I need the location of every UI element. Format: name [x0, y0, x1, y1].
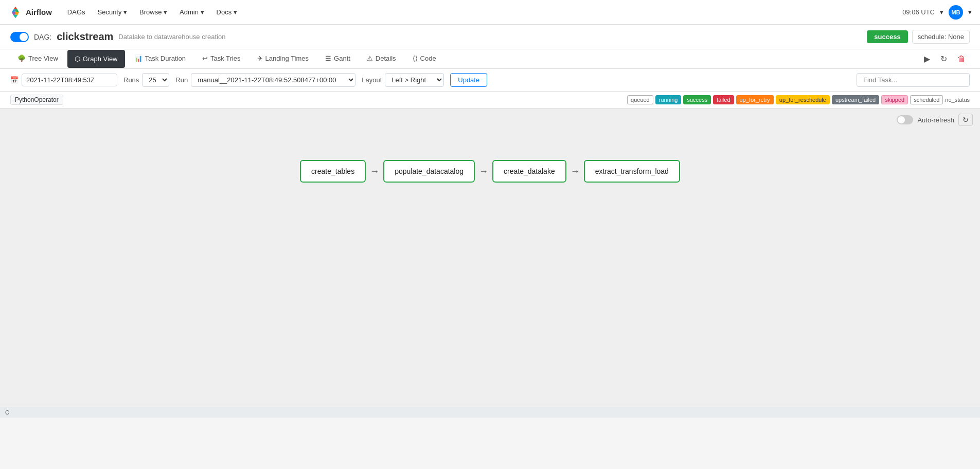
run-item: Run manual__2021-11-22T08:49:52.508477+0…: [175, 73, 355, 87]
status-no-status: no_status: [945, 97, 970, 103]
tab-task-duration[interactable]: 📊 Task Duration: [127, 49, 193, 68]
gantt-icon: ☰: [325, 55, 331, 62]
toolbar: 📅 Runs 25 Run manual__2021-11-22T08:49:5…: [0, 69, 980, 92]
update-button[interactable]: Update: [450, 73, 487, 87]
user-avatar[interactable]: MB: [949, 5, 963, 20]
find-task-input[interactable]: [857, 73, 970, 87]
nav-right: 09:06 UTC ▾ MB ▾: [902, 5, 972, 20]
run-label: Run: [175, 76, 188, 84]
status-running: running: [655, 95, 682, 104]
status-up-for-reschedule: up_for_reschedule: [776, 95, 830, 104]
dag-title-section: DAG: clickstream Datalake to datawarehou…: [10, 31, 225, 43]
dag-header: DAG: clickstream Datalake to datawarehou…: [0, 25, 980, 49]
find-task-wrapper: [857, 73, 970, 87]
arrow-1: →: [366, 166, 383, 177]
tab-task-tries[interactable]: ↩ Task Tries: [195, 49, 248, 68]
navbar: Airflow DAGs Security ▾ Browse ▾ Admin ▾…: [0, 0, 980, 25]
tab-code[interactable]: ⟨⟩ Code: [405, 49, 443, 68]
tabs-bar: 🌳 Tree View ⬡ Graph View 📊 Task Duration…: [0, 49, 980, 69]
nav-dags[interactable]: DAGs: [62, 6, 91, 18]
graph-icon: ⬡: [75, 55, 80, 63]
delete-button[interactable]: 🗑: [953, 52, 970, 66]
tab-landing-times[interactable]: ✈ Landing Times: [250, 49, 316, 68]
tab-task-tries-label: Task Tries: [210, 55, 241, 62]
svg-marker-6: [13, 14, 17, 18]
task-populate-datacatalog[interactable]: populate_datacatalog: [383, 160, 475, 183]
date-input[interactable]: [22, 74, 117, 86]
operator-badge: PythonOperator: [10, 95, 63, 105]
header-right: success schedule: None: [867, 30, 970, 44]
nav-docs[interactable]: Docs ▾: [211, 6, 242, 18]
task-extract-transform-load[interactable]: extract_transform_load: [584, 160, 680, 183]
tabs-right-actions: ▶ ↻ 🗑: [920, 52, 970, 66]
status-upstream-failed: upstream_failed: [832, 95, 879, 104]
details-icon: ⚠: [367, 55, 373, 62]
task-duration-icon: 📊: [134, 55, 142, 62]
time-display[interactable]: 09:06 UTC: [902, 8, 935, 16]
arrow-2: →: [475, 166, 492, 177]
tab-tree-view[interactable]: 🌳 Tree View: [10, 49, 65, 68]
layout-item: Layout Left > Right Top > Bottom: [362, 73, 444, 87]
nav-security[interactable]: Security ▾: [93, 6, 133, 18]
run-select[interactable]: manual__2021-11-22T08:49:52.508477+00:00: [191, 73, 355, 87]
tab-details-label: Details: [376, 55, 396, 62]
tab-code-label: Code: [420, 55, 436, 62]
tab-landing-times-label: Landing Times: [265, 55, 309, 62]
status-bar: PythonOperator queued running success fa…: [0, 92, 980, 109]
auto-refresh-bar: Auto-refresh ↻: [897, 114, 973, 126]
layout-label: Layout: [362, 76, 382, 84]
graph-canvas: Auto-refresh ↻ create_tables → populate_…: [0, 109, 980, 407]
tab-tree-view-label: Tree View: [28, 55, 58, 62]
schedule-label: schedule: None: [912, 30, 970, 44]
task-create-datalake[interactable]: create_datalake: [492, 160, 566, 183]
auto-refresh-toggle[interactable]: [897, 115, 913, 124]
status-up-for-retry: up_for_retry: [736, 95, 774, 104]
tab-gantt-label: Gantt: [334, 55, 350, 62]
tab-gantt[interactable]: ☰ Gantt: [318, 49, 358, 68]
code-icon: ⟨⟩: [413, 55, 418, 62]
brand: Airflow: [8, 5, 52, 20]
date-item: 📅: [10, 74, 117, 86]
layout-select[interactable]: Left > Right Top > Bottom: [385, 73, 444, 87]
tab-graph-view-label: Graph View: [83, 55, 118, 63]
status-skipped: skipped: [881, 95, 908, 104]
status-queued: queued: [627, 95, 653, 104]
nav-links: DAGs Security ▾ Browse ▾ Admin ▾ Docs ▾: [62, 6, 892, 18]
calendar-icon: 📅: [10, 76, 19, 84]
brand-name: Airflow: [26, 8, 52, 16]
dag-subtitle: Datalake to datawarehouse creation: [118, 33, 225, 41]
play-button[interactable]: ▶: [920, 52, 934, 66]
airflow-logo-icon: [8, 5, 23, 20]
tab-task-duration-label: Task Duration: [145, 55, 186, 62]
tab-graph-view[interactable]: ⬡ Graph View: [67, 50, 125, 68]
status-legend: queued running success failed up_for_ret…: [627, 95, 970, 104]
status-button[interactable]: success: [867, 30, 907, 43]
graph-refresh-button[interactable]: ↻: [958, 114, 973, 126]
dag-flow: create_tables → populate_datacatalog → c…: [0, 109, 980, 183]
runs-item: Runs 25: [123, 73, 169, 87]
status-success: success: [683, 95, 711, 104]
status-failed: failed: [713, 95, 734, 104]
task-create-tables[interactable]: create_tables: [300, 160, 366, 183]
landing-times-icon: ✈: [257, 55, 263, 62]
bottom-bar: C: [0, 407, 980, 418]
tab-details[interactable]: ⚠ Details: [360, 49, 403, 68]
nav-admin[interactable]: Admin ▾: [174, 6, 209, 18]
dag-toggle[interactable]: [10, 32, 29, 42]
task-tries-icon: ↩: [202, 55, 208, 62]
nav-browse[interactable]: Browse ▾: [134, 6, 172, 18]
bottom-icon: C: [5, 409, 9, 416]
runs-label: Runs: [123, 76, 139, 84]
dag-label: DAG:: [34, 33, 51, 41]
runs-select[interactable]: 25: [142, 73, 169, 87]
tree-icon: 🌳: [17, 55, 26, 62]
arrow-3: →: [566, 166, 584, 177]
dag-name: clickstream: [57, 31, 113, 43]
status-scheduled: scheduled: [910, 95, 943, 104]
auto-refresh-label: Auto-refresh: [917, 116, 954, 124]
refresh-button[interactable]: ↻: [936, 52, 951, 66]
